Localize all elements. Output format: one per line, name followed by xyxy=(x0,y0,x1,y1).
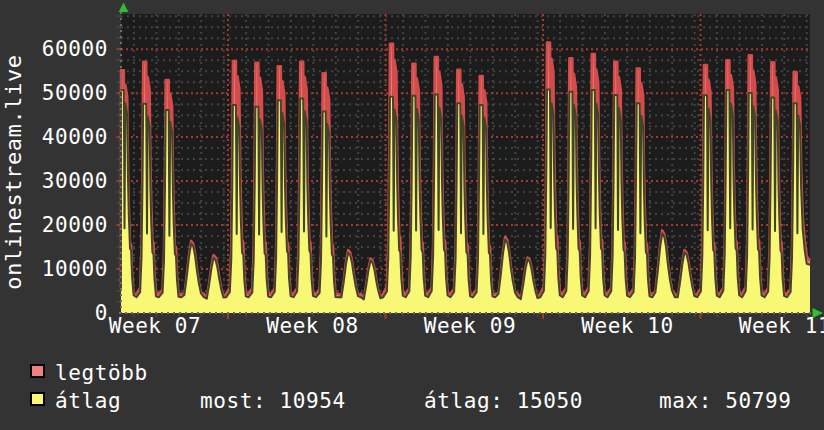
up-arrow-icon xyxy=(119,3,129,13)
x-axis-label: Week 07 xyxy=(65,315,245,337)
legend-label-atlag: átlag xyxy=(55,389,121,413)
x-axis-label: Week 09 xyxy=(380,315,560,337)
stat-most: most: 10954 xyxy=(200,389,346,413)
y-axis-label: 60000 xyxy=(0,38,108,60)
stat-atlag: átlag: 15050 xyxy=(424,389,583,413)
y-axis-label: 20000 xyxy=(0,214,108,236)
legend-swatch-atlag xyxy=(30,392,45,406)
legend-swatch-legtobb xyxy=(30,364,45,378)
x-axis-label: Week 10 xyxy=(538,315,718,337)
stat-max: max: 50799 xyxy=(659,389,791,413)
x-axis-label: Week 08 xyxy=(223,315,403,337)
x-axis-label: Week 11 xyxy=(695,315,824,337)
y-axis-label: 10000 xyxy=(0,258,108,280)
rrdtool-graph: onlinestream.live 0100002000030000400005… xyxy=(0,0,824,430)
y-axis-label: 30000 xyxy=(0,170,108,192)
y-axis-label: 40000 xyxy=(0,126,108,148)
legend-label-legtobb: legtöbb xyxy=(55,361,148,385)
y-axis-label: 50000 xyxy=(0,82,108,104)
